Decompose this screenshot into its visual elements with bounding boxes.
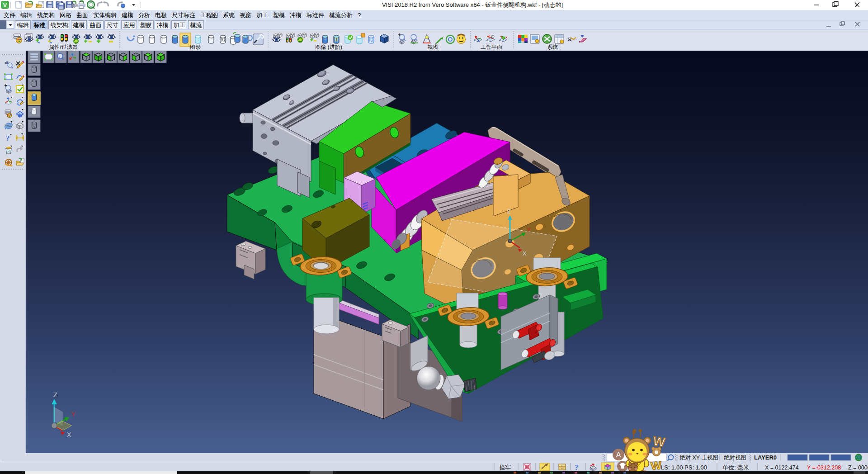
svg-text:W: W	[650, 459, 662, 472]
svg-text:A: A	[616, 451, 621, 459]
